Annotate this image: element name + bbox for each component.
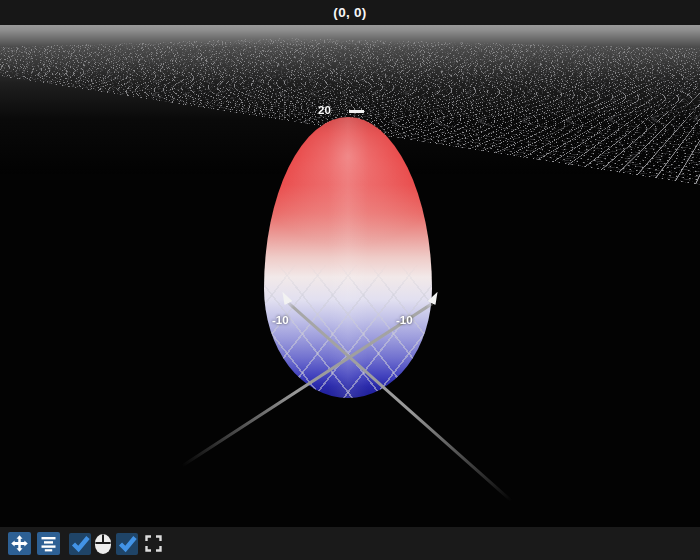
checkmark-icon [68, 531, 93, 556]
checkbox-1[interactable] [69, 533, 91, 555]
checkmark-icon [115, 531, 140, 556]
window-title: (0, 0) [333, 5, 366, 20]
move-button[interactable] [8, 532, 31, 555]
checkbox-2[interactable] [116, 533, 138, 555]
z-axis-tick-mark [349, 110, 364, 113]
mouse-icon [92, 532, 114, 556]
toolbar [0, 527, 700, 560]
center-bars-icon [39, 534, 58, 553]
y-axis-tick-label: -10 [396, 314, 413, 326]
mouse-toggle[interactable] [92, 532, 114, 556]
3d-viewport[interactable]: -10 -10 20 [0, 25, 700, 527]
floor-grid [280, 25, 700, 116]
center-bars-button[interactable] [37, 532, 60, 555]
app-window: (0, 0) -10 -10 20 [0, 0, 700, 560]
x-axis-tick-label: -10 [272, 314, 289, 326]
z-axis-tick-label: 20 [318, 104, 331, 116]
fullscreen-button[interactable] [143, 533, 164, 554]
fullscreen-icon [143, 533, 164, 554]
move-arrows-icon [10, 534, 29, 553]
titlebar: (0, 0) [0, 0, 700, 25]
